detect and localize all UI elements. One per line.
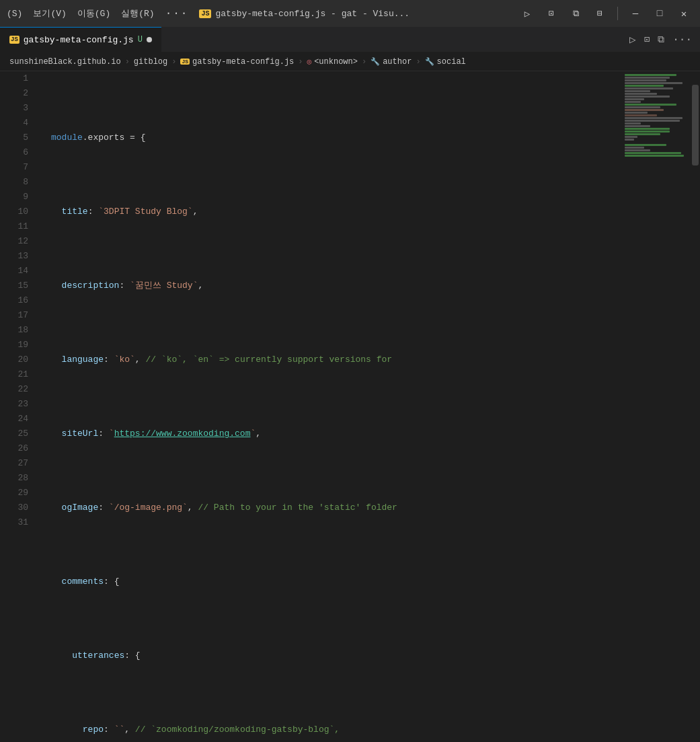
ln-2: 2 bbox=[23, 86, 28, 101]
ln-1: 1 bbox=[23, 71, 28, 86]
ln-23: 23 bbox=[17, 397, 28, 412]
separator bbox=[617, 7, 618, 20]
minimap-line-18 bbox=[625, 120, 680, 122]
code-editor[interactable]: module.exports = { title: `3DPIT Study B… bbox=[44, 71, 623, 742]
wrench-icon-2: 🔧 bbox=[425, 57, 434, 66]
breadcrumb-js-icon: JS bbox=[180, 59, 190, 65]
vertical-scrollbar[interactable] bbox=[691, 71, 700, 742]
tab-dot bbox=[147, 37, 152, 42]
minimap-line-17 bbox=[625, 117, 683, 119]
breadcrumb-root[interactable]: sunshineBlack.github.io bbox=[9, 57, 121, 67]
title-filename: gatsby-meta-config.js - gat - Visu... bbox=[215, 9, 410, 19]
ln-10: 10 bbox=[17, 205, 28, 219]
minimap-line-7 bbox=[625, 90, 650, 92]
run-button[interactable]: ▷ bbox=[518, 4, 537, 23]
breadcrumb-gitblog[interactable]: gitblog bbox=[134, 57, 167, 67]
ln-6: 6 bbox=[23, 145, 28, 160]
ln-8: 8 bbox=[23, 175, 28, 190]
minimap-content bbox=[623, 71, 691, 160]
ln-5: 5 bbox=[23, 131, 28, 145]
minimap-line-2 bbox=[625, 77, 670, 79]
branch-icon[interactable]: ⊡ bbox=[644, 34, 650, 45]
more-icon[interactable]: ··· bbox=[672, 34, 692, 46]
fold-area bbox=[35, 71, 44, 742]
minimap-line-5 bbox=[625, 85, 664, 87]
minimap-line-6 bbox=[625, 87, 673, 89]
minimap-line-12 bbox=[625, 104, 676, 106]
ln-29: 29 bbox=[17, 486, 28, 500]
minimap-line-31 bbox=[625, 155, 684, 157]
ln-9: 9 bbox=[23, 190, 28, 205]
ln-14: 14 bbox=[17, 264, 28, 279]
title-bar: (S) 보기(V) 이동(G) 실행(R) ··· JS gatsby-meta… bbox=[0, 0, 700, 27]
split-icon[interactable]: ⧉ bbox=[658, 34, 664, 45]
minimap-line-23 bbox=[625, 133, 660, 135]
minimize-button[interactable]: — bbox=[626, 4, 645, 23]
code-line-7: comments: { bbox=[51, 574, 623, 589]
tab-filename: gatsby-meta-config.js bbox=[24, 35, 134, 45]
code-line-4: language: `ko`, // `ko`, `en` => current… bbox=[51, 353, 623, 367]
ln-25: 25 bbox=[17, 426, 28, 441]
ln-27: 27 bbox=[17, 456, 28, 471]
window-controls[interactable]: ▷ ⊡ ⧉ ⊟ — □ ✕ bbox=[518, 4, 693, 23]
layout-btn3[interactable]: ⊟ bbox=[590, 4, 609, 23]
ln-22: 22 bbox=[17, 382, 28, 397]
close-button[interactable]: ✕ bbox=[674, 4, 693, 23]
minimap-line-20 bbox=[625, 125, 650, 127]
scrollbar-thumb[interactable] bbox=[692, 85, 699, 165]
minimap-line-25 bbox=[625, 139, 634, 141]
minimap-line-10 bbox=[625, 98, 644, 100]
breadcrumb-author[interactable]: 🔧 author bbox=[371, 57, 412, 67]
minimap-line-27 bbox=[625, 144, 666, 146]
minimap-line-1 bbox=[625, 74, 676, 76]
ln-28: 28 bbox=[17, 471, 28, 486]
minimap-line-29 bbox=[625, 149, 650, 151]
code-content: module.exports = { title: `3DPIT Study B… bbox=[44, 71, 623, 742]
ln-17: 17 bbox=[17, 308, 28, 323]
code-line-9: repo: ``, // `zoomkoding/zoomkoding-gats… bbox=[51, 722, 623, 737]
ln-7: 7 bbox=[23, 160, 28, 175]
minimap-line-21 bbox=[625, 128, 670, 130]
ln-30: 30 bbox=[17, 500, 28, 515]
layout-btn2[interactable]: ⧉ bbox=[566, 4, 585, 23]
editor-container: 1 2 3 4 5 6 7 8 9 10 11 12 13 14 15 16 1… bbox=[0, 71, 700, 742]
ln-20: 20 bbox=[17, 353, 28, 367]
ln-26: 26 bbox=[17, 441, 28, 456]
ln-3: 3 bbox=[23, 101, 28, 116]
ln-12: 12 bbox=[17, 234, 28, 249]
minimap-line-24 bbox=[625, 136, 637, 138]
menu-s[interactable]: (S) bbox=[7, 9, 22, 19]
tab-js-icon: JS bbox=[9, 36, 20, 44]
breadcrumb-sep-3: › bbox=[298, 57, 303, 67]
tab-actions: ▷ ⊡ ⧉ ··· bbox=[629, 27, 700, 52]
ln-4: 4 bbox=[23, 116, 28, 131]
breadcrumb-sep-1: › bbox=[125, 57, 130, 67]
code-line-1: module.exports = { bbox=[51, 131, 623, 145]
menu-more[interactable]: ··· bbox=[165, 7, 189, 20]
breadcrumb-file[interactable]: JS gatsby-meta-config.js bbox=[180, 57, 294, 67]
code-line-2: title: `3DPIT Study Blog`, bbox=[51, 205, 623, 219]
menu-run[interactable]: 실행(R) bbox=[121, 7, 154, 20]
minimap-line-28 bbox=[625, 147, 644, 149]
minimap-line-4 bbox=[625, 82, 683, 84]
minimap-line-22 bbox=[625, 131, 670, 133]
ln-24: 24 bbox=[17, 412, 28, 426]
breadcrumb-sep-5: › bbox=[416, 57, 420, 67]
code-line-8: utterances: { bbox=[51, 648, 623, 663]
menu-view[interactable]: 보기(V) bbox=[33, 7, 66, 20]
minimap-line-19 bbox=[625, 122, 641, 124]
layout-btn1[interactable]: ⊡ bbox=[542, 4, 561, 23]
breadcrumb-social[interactable]: 🔧 social bbox=[425, 57, 466, 67]
minimap-line-8 bbox=[625, 93, 657, 95]
minimap-line-16 bbox=[625, 114, 657, 116]
ln-18: 18 bbox=[17, 323, 28, 338]
wrench-icon-1: 🔧 bbox=[371, 57, 380, 66]
maximize-button[interactable]: □ bbox=[650, 4, 669, 23]
minimap-line-3 bbox=[625, 79, 666, 81]
tab-modified-u: U bbox=[138, 35, 143, 44]
menu-goto[interactable]: 이동(G) bbox=[77, 7, 110, 20]
menu-bar[interactable]: (S) 보기(V) 이동(G) 실행(R) ··· bbox=[7, 7, 188, 20]
breadcrumb-unknown[interactable]: ◎ <unknown> bbox=[307, 57, 358, 67]
active-tab[interactable]: JS gatsby-meta-config.js U bbox=[0, 27, 161, 52]
run-icon[interactable]: ▷ bbox=[629, 33, 636, 46]
